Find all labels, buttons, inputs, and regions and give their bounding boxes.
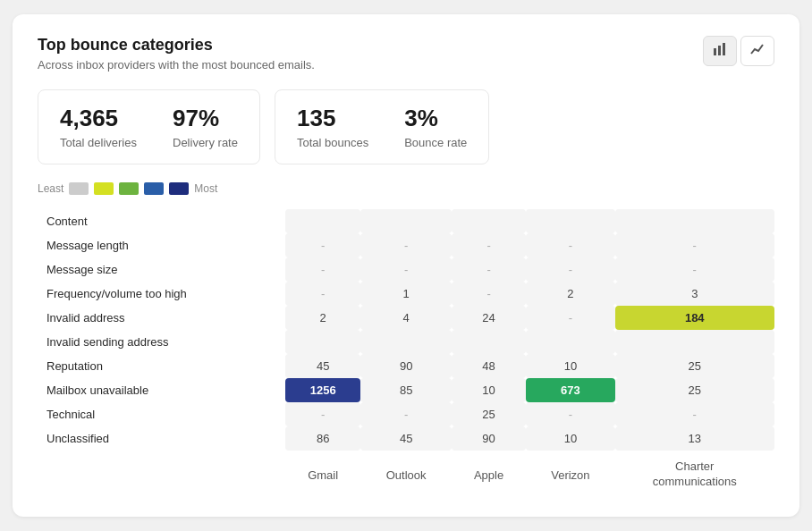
stat-group-right: 135 Total bounces 3% Bounce rate bbox=[297, 105, 467, 149]
cell: 24 bbox=[452, 306, 526, 330]
cell: 2 bbox=[285, 306, 360, 330]
cell: 25 bbox=[615, 354, 774, 378]
cell bbox=[360, 209, 452, 233]
stat-box-right: 135 Total bounces 3% Bounce rate bbox=[275, 89, 489, 164]
card-header: Top bounce categories Across inbox provi… bbox=[38, 36, 774, 72]
table-footer-row: Gmail Outlook Apple Verizon Chartercommu… bbox=[38, 451, 774, 495]
svg-rect-0 bbox=[714, 48, 716, 55]
card-subtitle: Across inbox providers with the most bou… bbox=[38, 58, 315, 72]
delivery-rate-stat: 97% Delivery rate bbox=[173, 105, 238, 149]
table-row: Reputation 45 90 48 10 25 bbox=[38, 354, 774, 378]
cell bbox=[452, 209, 526, 233]
provider-gmail: Gmail bbox=[285, 451, 360, 495]
cell: - bbox=[526, 257, 614, 282]
row-label: Frequency/volume too high bbox=[38, 282, 285, 306]
total-deliveries-value: 4,365 bbox=[60, 105, 137, 132]
cell-invalid-address-charter: 184 bbox=[615, 306, 774, 330]
cell bbox=[452, 330, 526, 354]
bar-chart-button[interactable] bbox=[703, 36, 737, 66]
delivery-rate-value: 97% bbox=[173, 105, 238, 132]
cell: - bbox=[452, 233, 526, 257]
main-card: Top bounce categories Across inbox provi… bbox=[13, 14, 799, 517]
provider-apple: Apple bbox=[452, 451, 526, 495]
legend: Least Most bbox=[38, 182, 774, 195]
table-row: Invalid sending address bbox=[38, 330, 774, 354]
row-label: Content bbox=[38, 209, 285, 233]
table-row: Invalid address 2 4 24 - 184 bbox=[38, 306, 774, 330]
bounce-table: Content Message length - - - - - bbox=[38, 209, 774, 495]
cell: - bbox=[452, 257, 526, 282]
cell bbox=[615, 209, 774, 233]
cell bbox=[285, 209, 360, 233]
cell: 3 bbox=[615, 282, 774, 306]
cell: - bbox=[526, 402, 614, 426]
total-deliveries-stat: 4,365 Total deliveries bbox=[60, 105, 137, 149]
cell: - bbox=[285, 233, 360, 257]
cell: 86 bbox=[285, 426, 360, 451]
card-title: Top bounce categories bbox=[38, 36, 315, 55]
total-bounces-stat: 135 Total bounces bbox=[297, 105, 368, 149]
cell: 10 bbox=[526, 354, 614, 378]
table-row: Unclassified 86 45 90 10 13 bbox=[38, 426, 774, 451]
stat-group-left: 4,365 Total deliveries 97% Delivery rate bbox=[60, 105, 238, 149]
table-row: Content bbox=[38, 209, 774, 233]
total-bounces-label: Total bounces bbox=[297, 136, 368, 149]
chart-toggle-group bbox=[703, 36, 774, 66]
row-label: Mailbox unavailable bbox=[38, 378, 285, 402]
row-label: Invalid address bbox=[38, 306, 285, 330]
cell-mailbox-gmail: 1256 bbox=[285, 378, 360, 402]
cell: 10 bbox=[452, 378, 526, 402]
cell bbox=[360, 330, 452, 354]
cell: - bbox=[452, 282, 526, 306]
cell: - bbox=[526, 306, 614, 330]
table-row: Message length - - - - - bbox=[38, 233, 774, 257]
cell: 4 bbox=[360, 306, 452, 330]
cell bbox=[285, 330, 360, 354]
table-row: Message size - - - - - bbox=[38, 257, 774, 282]
cell: - bbox=[526, 233, 614, 257]
bounce-rate-value: 3% bbox=[404, 105, 467, 132]
line-chart-button[interactable] bbox=[740, 36, 774, 66]
cell bbox=[526, 330, 614, 354]
cell: 45 bbox=[285, 354, 360, 378]
legend-swatch-2 bbox=[94, 182, 114, 195]
table-row: Mailbox unavailable 1256 85 10 673 25 bbox=[38, 378, 774, 402]
cell: 13 bbox=[615, 426, 774, 451]
cell: - bbox=[615, 402, 774, 426]
provider-outlook: Outlook bbox=[360, 451, 452, 495]
cell: 25 bbox=[615, 378, 774, 402]
svg-rect-1 bbox=[718, 46, 721, 55]
bounce-rate-label: Bounce rate bbox=[404, 136, 467, 149]
row-label: Reputation bbox=[38, 354, 285, 378]
delivery-rate-label: Delivery rate bbox=[173, 136, 238, 149]
total-bounces-value: 135 bbox=[297, 105, 368, 132]
bounce-rate-stat: 3% Bounce rate bbox=[404, 105, 467, 149]
cell: - bbox=[285, 402, 360, 426]
legend-most-label: Most bbox=[194, 182, 217, 195]
legend-swatch-3 bbox=[119, 182, 139, 195]
row-label: Technical bbox=[38, 402, 285, 426]
cell: - bbox=[360, 257, 452, 282]
row-label: Message length bbox=[38, 233, 285, 257]
header-text: Top bounce categories Across inbox provi… bbox=[38, 36, 315, 72]
cell: 48 bbox=[452, 354, 526, 378]
stat-box-left: 4,365 Total deliveries 97% Delivery rate bbox=[38, 89, 260, 164]
cell: - bbox=[615, 233, 774, 257]
cell: 45 bbox=[360, 426, 452, 451]
cell: - bbox=[285, 282, 360, 306]
bounce-table-container: Content Message length - - - - - bbox=[38, 209, 774, 495]
cell bbox=[615, 330, 774, 354]
cell: 2 bbox=[526, 282, 614, 306]
cell: 10 bbox=[526, 426, 614, 451]
cell: 1 bbox=[360, 282, 452, 306]
cell: 25 bbox=[452, 402, 526, 426]
footer-empty bbox=[38, 451, 285, 495]
svg-rect-2 bbox=[723, 43, 725, 55]
legend-swatch-1 bbox=[69, 182, 89, 195]
total-deliveries-label: Total deliveries bbox=[60, 136, 137, 149]
row-label: Unclassified bbox=[38, 426, 285, 451]
cell: 90 bbox=[360, 354, 452, 378]
stats-row: 4,365 Total deliveries 97% Delivery rate… bbox=[38, 89, 774, 164]
cell: - bbox=[615, 257, 774, 282]
table-row: Technical - - 25 - - bbox=[38, 402, 774, 426]
